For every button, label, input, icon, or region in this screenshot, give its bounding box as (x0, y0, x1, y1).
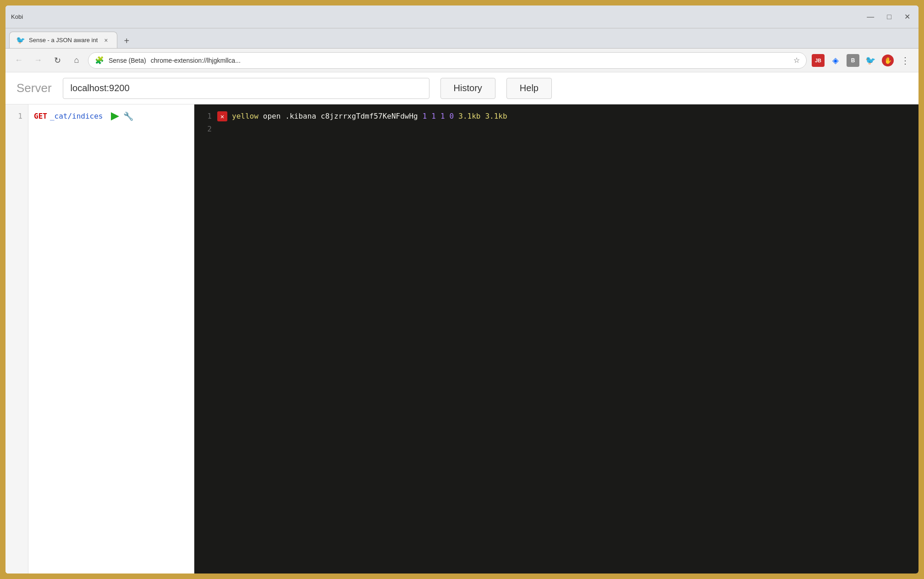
dropbox-icon: ◈ (832, 55, 839, 66)
server-label: Server (16, 81, 52, 95)
output-line-numbers: 1 2 (194, 104, 217, 574)
output-size-2: 3.1kb (485, 110, 507, 122)
input-line-numbers: 1 (6, 104, 28, 574)
editor-content: 1 GET _cat/indices 🔧 (6, 104, 194, 574)
dropbox-icon-button[interactable]: ◈ (828, 53, 843, 68)
jetbrains-icon-button[interactable]: JB (810, 53, 826, 68)
code-area[interactable]: GET _cat/indices 🔧 (28, 104, 194, 574)
back-button[interactable]: ← (11, 53, 27, 68)
output-num-3: 1 (440, 110, 445, 122)
maximize-button[interactable]: □ (884, 11, 894, 22)
forward-button[interactable]: → (30, 53, 46, 68)
tab-title: Sense - a JSON aware int (29, 37, 98, 44)
address-bar: ← → ↻ ⌂ 🧩 Sense (Beta) ☆ JB ◈ B 🐦 ✋ (6, 49, 918, 72)
output-line-num-1: 1 (194, 110, 217, 123)
browser-window: Kobi — □ ✕ 🐦 Sense - a JSON aware int × … (5, 5, 919, 574)
plugin-icon: 🐦 (865, 55, 875, 66)
code-line-1: GET _cat/indices 🔧 (34, 110, 194, 123)
help-button[interactable]: Help (506, 78, 552, 99)
status-badge: ✕ (217, 111, 227, 121)
plugin-icon-button[interactable]: 🐦 (863, 53, 878, 68)
reload-button[interactable]: ↻ (50, 53, 65, 68)
server-input[interactable] (63, 78, 429, 99)
stop-icon-button[interactable]: ✋ (880, 53, 896, 68)
history-button[interactable]: History (440, 78, 495, 99)
browser-tab[interactable]: 🐦 Sense - a JSON aware int × (9, 32, 117, 48)
extension-icon: 🧩 (95, 56, 104, 65)
wrench-button[interactable]: 🔧 (123, 111, 133, 121)
output-num-4: 0 (450, 110, 454, 122)
close-button[interactable]: ✕ (902, 11, 913, 22)
output-line-num-2: 2 (194, 123, 217, 136)
output-num-2: 1 (431, 110, 436, 122)
run-button[interactable] (110, 111, 121, 122)
window-title: Kobi (11, 13, 23, 20)
tab-close-button[interactable]: × (101, 36, 110, 45)
endpoint: _cat/indices (50, 110, 103, 122)
more-button[interactable]: ⋮ (897, 53, 913, 68)
editor-area: 1 GET _cat/indices 🔧 1 2 (6, 104, 918, 574)
output-line-2 (217, 123, 918, 136)
output-word-yellow: yellow (232, 110, 258, 122)
output-size-1: 3.1kb (458, 110, 480, 122)
window-controls: — □ ✕ (864, 11, 913, 22)
more-icon: ⋮ (901, 55, 910, 66)
output-panel: 1 2 ✕ yellow open .kibana c8jzrrxgTdmf57… (194, 104, 918, 574)
output-num-1: 1 (423, 110, 427, 122)
output-content[interactable]: ✕ yellow open .kibana c8jzrrxgTdmf57KeNF… (217, 104, 918, 574)
bold-icon: B (847, 54, 859, 67)
input-line-num-1: 1 (6, 110, 28, 123)
action-buttons: 🔧 (110, 111, 133, 122)
extension-label: Sense (Beta) (109, 57, 146, 64)
output-word-open: open (263, 110, 281, 122)
app-toolbar: Server History Help (6, 72, 918, 104)
new-tab-button[interactable]: + (119, 33, 134, 48)
output-line-1: ✕ yellow open .kibana c8jzrrxgTdmf57KeNF… (217, 110, 918, 123)
output-word-kibana: .kibana (285, 110, 316, 122)
bold-icon-button[interactable]: B (845, 53, 861, 68)
stop-icon: ✋ (882, 55, 894, 66)
minimize-button[interactable]: — (864, 11, 877, 22)
title-bar: Kobi — □ ✕ (6, 5, 918, 28)
jb-icon: JB (812, 54, 825, 67)
tab-bar: 🐦 Sense - a JSON aware int × + (6, 28, 918, 49)
bookmark-icon[interactable]: ☆ (793, 56, 800, 65)
address-input[interactable] (151, 57, 789, 64)
http-method: GET (34, 110, 47, 122)
output-uuid: c8jzrrxgTdmf57KeNFdwHg (321, 110, 418, 122)
title-bar-left: Kobi (11, 13, 23, 20)
browser-toolbar-icons: JB ◈ B 🐦 ✋ ⋮ (810, 53, 913, 68)
address-input-wrap: 🧩 Sense (Beta) ☆ (88, 52, 807, 69)
tab-favicon-icon: 🐦 (16, 36, 25, 44)
input-panel: 1 GET _cat/indices 🔧 (6, 104, 194, 574)
home-button[interactable]: ⌂ (69, 53, 84, 68)
